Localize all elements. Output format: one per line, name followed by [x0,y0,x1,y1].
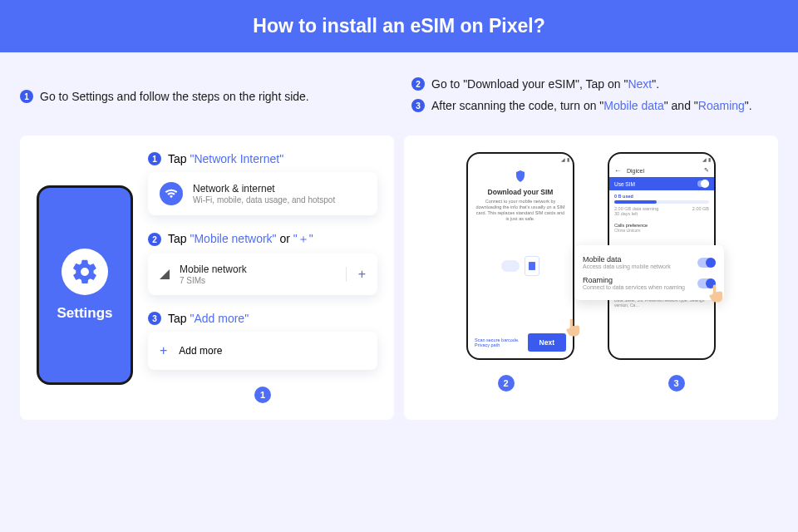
carrier-name: Digicel [627,168,644,174]
panel-1: Settings 1 Tap "Network Internet" Networ… [20,135,394,420]
s2-hl2: "＋" [293,232,313,245]
substep-2: 2 Tap "Mobile network" or "＋" Mobile net… [148,232,377,295]
toggle-float-card: Mobile data Access data using mobile net… [574,245,724,300]
i2-pre: Go to "Download your eSIM", Tap on " [431,77,628,91]
shield-icon [515,170,525,185]
substep-1: 1 Tap "Network Internet" Network & inter… [148,152,377,215]
cloud-sim-graphic [501,256,539,276]
s2-pre: Tap [168,232,190,245]
sim-icon [525,256,539,276]
panel2-footer-badge: 2 [498,375,515,392]
pencil-icon[interactable]: ✎ [704,167,709,174]
card2-sub: 7 SIMs [180,276,247,285]
top-instructions: 1 Go to Settings and follow the steps on… [0,52,798,135]
back-arrow-icon[interactable]: ← [614,166,622,175]
instruction-3: 3 After scanning the code, turn on "Mobi… [411,99,778,112]
statusbar-2: ◢ ▮ [468,154,573,164]
panel-2-3: ◢ ▮ Download your SIM Connect to your mo… [404,135,778,420]
card1-title: Network & internet [193,183,335,195]
wifi-icon [160,182,183,205]
use-sim-row[interactable]: Use SIM [609,177,714,190]
instruction-1-text: Go to Settings and follow the steps on t… [40,90,309,103]
i3-pre: After scanning the code, turn on " [431,99,603,112]
instruction-2: 2 Go to "Download your eSIM", Tap on "Ne… [411,77,778,91]
settings-phone: Settings [37,185,133,385]
roaming-title: Roaming [583,276,685,284]
substep-1-text: Tap "Network Internet" [168,152,283,165]
s2-hl1: "Mobile network" [190,232,276,245]
carrier-header: ← Digicel ✎ [609,164,714,177]
s3-hl: "Add more" [190,312,249,325]
s2-mid: or [277,232,293,245]
calls-sub: China Unicom [614,228,709,233]
page-title: How to install an eSIM on Pixel? [253,15,544,37]
privacy-link[interactable]: Scan secure barcode. Privacy path [475,337,528,347]
i3-post: ". [745,99,752,112]
step-badge-2: 2 [411,77,425,91]
steps-column: 1 Tap "Network Internet" Network & inter… [148,152,377,403]
calls-pref-row[interactable]: Calls preference China Unicom [609,219,714,236]
download-sim-phone: ◢ ▮ Download your SIM Connect to your mo… [466,152,574,360]
mobile-data-toggle[interactable] [697,258,716,268]
step-badge-3: 3 [411,99,425,112]
i2-hl: Next [628,77,652,91]
substep-2-text: Tap "Mobile network" or "＋" [168,232,313,247]
settings-label: Settings [57,305,112,322]
use-sim-label: Use SIM [614,181,635,187]
instruction-3-text: After scanning the code, turn on "Mobile… [431,99,752,112]
panel3-footer-badge: 3 [668,375,685,392]
s1-hl: "Network Internet" [190,152,283,165]
usage-value: 0 B used [614,194,709,199]
instruction-left: 1 Go to Settings and follow the steps on… [20,77,387,121]
download-desc: Connect to your mobile network by downlo… [475,199,566,223]
mobile-data-sub: Access data using mobile network [583,264,671,269]
roaming-toggle[interactable] [697,278,716,288]
i3-mid: " and " [664,99,698,112]
gear-icon [62,249,108,295]
add-sim-plus[interactable]: + [346,267,366,282]
mobile-data-row[interactable]: Mobile data Access data using mobile net… [583,252,716,273]
instruction-2-text: Go to "Download your eSIM", Tap on "Next… [431,77,659,91]
i2-post: ". [652,77,659,91]
right-footer-badges: 2 3 [421,375,761,392]
download-title: Download your SIM [488,188,554,196]
step-badge-1: 1 [20,90,33,103]
panels: Settings 1 Tap "Network Internet" Networ… [0,135,798,435]
substep-3-text: Tap "Add more" [168,312,249,325]
substep-2-badge: 2 [148,233,161,246]
substep-1-badge: 1 [148,152,161,165]
roaming-sub: Connect to data services when roaming [583,284,685,290]
days-left: 30 days left [614,211,709,216]
page-header: How to install an eSIM on Pixel? [0,0,798,52]
data-usage: 0 B used 2.00 GB data warning 2.00 GB 30… [609,190,714,219]
i3-hl1: Mobile data [603,99,663,112]
card2-title: Mobile network [180,264,247,275]
total-data: 2.00 GB [692,206,709,211]
i3-hl2: Roaming [698,99,745,112]
s3-pre: Tap [168,312,190,325]
instruction-1: 1 Go to Settings and follow the steps on… [20,90,387,103]
mobile-data-title: Mobile data [583,255,671,264]
substep-3: 3 Tap "Add more" + Add more [148,312,377,370]
statusbar-3: ◢ ▮ [609,154,714,164]
add-more-card[interactable]: + Add more [148,332,377,370]
s1-pre: Tap [168,152,190,165]
panel1-footer-badge: 1 [254,387,271,403]
card3-title: Add more [179,345,222,357]
roaming-row[interactable]: Roaming Connect to data services when ro… [583,273,716,293]
instruction-right: 2 Go to "Download your eSIM", Tap on "Ne… [411,77,778,121]
cloud-icon [501,260,520,272]
mobile-network-card[interactable]: Mobile network 7 SIMs + [148,254,377,295]
signal-icon [160,269,170,279]
usage-bar [614,200,709,204]
use-sim-toggle[interactable] [697,180,709,187]
plus-icon: + [160,343,167,358]
card1-sub: Wi-Fi, mobile, data usage, and hotspot [193,195,335,204]
network-internet-card[interactable]: Network & internet Wi-Fi, mobile, data u… [148,172,377,215]
substep-3-badge: 3 [148,312,161,325]
next-button[interactable]: Next [528,333,566,352]
